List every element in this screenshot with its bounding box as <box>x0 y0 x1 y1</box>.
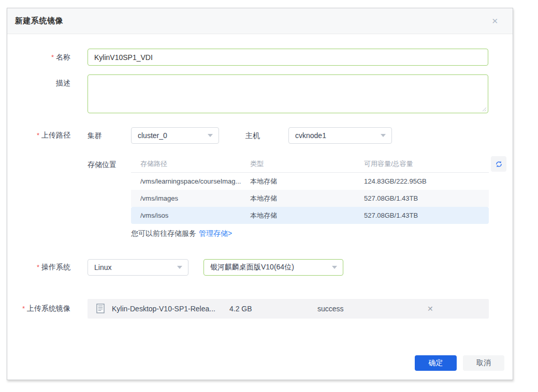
os-label: *操作系统 <box>7 263 70 272</box>
storage-table-row[interactable]: /vms/isos 本地存储 527.08GB/1.43TB <box>131 207 489 224</box>
storage-hint-text: 您可以前往存储服务 <box>131 229 196 237</box>
storage-location-row: 存储位置 存储路径 类型 可用容量/总容量 /vms/learningspace… <box>7 156 513 224</box>
file-icon <box>96 304 105 313</box>
remove-file-icon[interactable]: ✕ <box>427 299 433 319</box>
storage-table-row[interactable]: /vms/images 本地存储 527.08GB/1.43TB <box>131 190 489 207</box>
description-row: 描述 <box>7 74 513 113</box>
cluster-select-value: cluster_0 <box>138 131 167 140</box>
confirm-button[interactable]: 确定 <box>415 355 457 371</box>
name-input[interactable] <box>88 49 488 66</box>
cluster-select[interactable]: cluster_0 <box>131 127 219 144</box>
file-name: Kylin-Desktop-V10-SP1-Relea... <box>112 299 215 319</box>
host-select[interactable]: cvknode1 <box>288 127 392 144</box>
column-capacity: 可用容量/总容量 <box>364 159 489 169</box>
storage-location-label: 存储位置 <box>88 156 131 170</box>
dialog-footer: 确定 取消 <box>415 355 504 371</box>
upload-image-label: *上传系统镜像 <box>7 299 70 313</box>
os-family-select[interactable]: Linux <box>88 259 188 276</box>
dialog-body: *名称 描述 *上传路径 <box>7 49 513 319</box>
storage-capacity-cell: 124.83GB/222.95GB <box>364 177 489 185</box>
refresh-icon <box>495 160 503 168</box>
required-marker: * <box>22 305 25 312</box>
manage-storage-link[interactable]: 管理存储> <box>199 229 232 237</box>
dialog-header: 新建系统镜像 ✕ <box>7 8 513 34</box>
required-marker: * <box>37 263 39 271</box>
name-row: *名称 <box>7 49 513 66</box>
storage-table-row[interactable]: /vms/learningspace/courseImag... 本地存储 12… <box>131 173 489 190</box>
cluster-label: 集群 <box>88 127 131 144</box>
storage-type-cell: 本地存储 <box>250 177 364 186</box>
column-type: 类型 <box>250 159 364 169</box>
description-label: 描述 <box>7 74 70 88</box>
os-family-select-value: Linux <box>94 263 111 272</box>
file-size: 4.2 GB <box>229 299 252 319</box>
upload-path-row: *上传路径 集群 cluster_0 主机 cvknode1 <box>7 127 513 144</box>
storage-type-cell: 本地存储 <box>250 211 364 220</box>
storage-path-cell: /vms/isos <box>131 212 250 219</box>
name-label: *名称 <box>7 53 70 62</box>
description-textarea-wrap <box>88 74 488 113</box>
storage-path-cell: /vms/images <box>131 194 250 202</box>
cancel-button[interactable]: 取消 <box>463 355 504 371</box>
storage-type-cell: 本地存储 <box>250 194 364 203</box>
os-version-select[interactable]: 银河麒麟桌面版V10(64位) <box>203 259 343 276</box>
chevron-down-icon <box>208 134 213 137</box>
storage-table: 存储路径 类型 可用容量/总容量 /vms/learningspace/cour… <box>131 156 489 224</box>
host-label: 主机 <box>245 127 288 144</box>
page-background: 新建系统镜像 ✕ *名称 描述 <box>0 0 538 392</box>
required-marker: * <box>37 131 39 139</box>
storage-path-cell: /vms/learningspace/courseImag... <box>131 177 250 185</box>
required-marker: * <box>51 53 54 61</box>
host-select-value: cvknode1 <box>295 131 326 140</box>
storage-capacity-cell: 527.08GB/1.43TB <box>364 194 489 202</box>
storage-capacity-cell: 527.08GB/1.43TB <box>364 212 489 219</box>
chevron-down-icon <box>332 266 337 269</box>
chevron-down-icon <box>381 134 386 137</box>
storage-table-header: 存储路径 类型 可用容量/总容量 <box>131 156 489 173</box>
close-icon[interactable]: ✕ <box>491 17 498 25</box>
chevron-down-icon <box>177 266 182 269</box>
description-textarea[interactable] <box>88 74 488 113</box>
uploaded-file-item: Kylin-Desktop-V10-SP1-Relea... 4.2 GB su… <box>88 299 489 319</box>
dialog-new-system-image: 新建系统镜像 ✕ *名称 描述 <box>7 8 513 380</box>
storage-hint: 您可以前往存储服务管理存储> <box>131 229 513 238</box>
refresh-button[interactable] <box>491 156 506 172</box>
upload-image-row: *上传系统镜像 Kylin-Desktop-V10-SP1-Relea... 4… <box>7 299 513 319</box>
storage-table-body: /vms/learningspace/courseImag... 本地存储 12… <box>131 173 489 224</box>
dialog-title: 新建系统镜像 <box>15 16 63 26</box>
os-version-select-value: 银河麒麟桌面版V10(64位) <box>210 263 294 272</box>
upload-path-label: *上传路径 <box>7 131 70 140</box>
column-storage-path: 存储路径 <box>131 159 250 169</box>
upload-status: success <box>317 299 344 319</box>
os-row: *操作系统 Linux 银河麒麟桌面版V10(64位) <box>7 259 513 276</box>
